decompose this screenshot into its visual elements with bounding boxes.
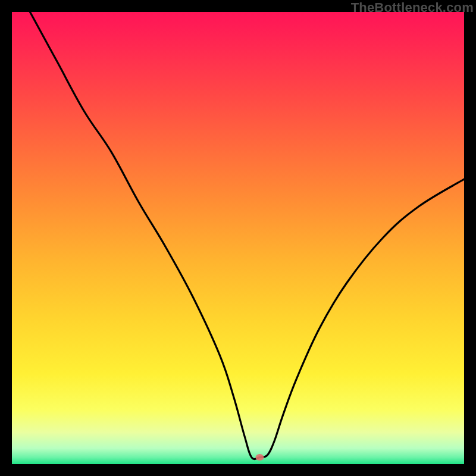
watermark-text: TheBottleneck.com xyxy=(351,0,474,15)
optimum-marker xyxy=(255,454,264,461)
chart-svg xyxy=(12,12,464,464)
gradient-background xyxy=(12,12,464,464)
chart-frame: TheBottleneck.com xyxy=(0,0,476,476)
plot-area xyxy=(12,12,464,464)
